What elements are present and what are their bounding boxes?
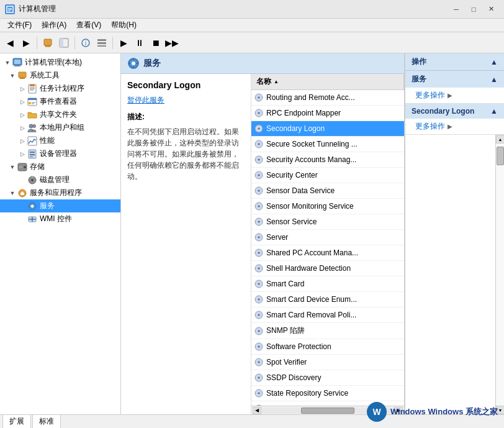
forward-button[interactable]: ▶ [19,35,34,50]
tree-local-users[interactable]: ▷ 本地用户和组 [0,121,120,134]
tree-event-viewer[interactable]: ▷ 事件查看器 [0,95,120,108]
root-expand-icon[interactable]: ▼ [2,58,12,68]
svg-rect-3 [8,11,11,11]
list-item[interactable]: Sensor Monitoring Service [251,199,404,214]
svg-point-49 [132,61,135,65]
list-item[interactable]: Smart Card Removal Poli... [251,307,404,323]
actions-collapse-icon[interactable]: ▲ [490,58,498,66]
list-item[interactable]: Security Center [251,168,404,183]
tree-wmi-label: WMI 控件 [40,214,72,224]
tree-device-manager[interactable]: ▷ 设备管理器 [0,147,120,160]
right-scroll-thumb[interactable] [497,147,504,165]
event-expand[interactable]: ▷ [17,97,27,107]
service-name-cell: Secondary Logon [251,122,404,135]
service-name-cell: Secure Socket Tunneling ... [251,138,404,150]
service-list-container: 名称 ▲ Routing and Remote Acc... [251,74,404,414]
list-item[interactable]: RPC Endpoint Mapper [251,106,404,121]
up-button[interactable] [40,35,55,50]
service-name-cell: Shared PC Account Mana... [251,247,404,259]
watermark: W Windows Windows 系统之家 [367,402,498,422]
menu-file[interactable]: 文件(F) [2,19,37,32]
right-scroll-track [496,143,504,406]
tree-services[interactable]: 服务 [0,199,120,212]
list-item[interactable]: Secure Socket Tunneling ... [251,137,404,152]
more-actions-arrow: ▶ [448,92,452,99]
system-tools-expand[interactable]: ▼ [7,71,17,81]
tree-wmi[interactable]: WMI 控件 [0,212,120,225]
back-button[interactable]: ◀ [2,35,17,50]
list-item[interactable]: State Repository Service [251,386,404,401]
right-scroll-up[interactable]: ▲ [496,135,504,143]
service-name-cell: SNMP 陷阱 [251,324,404,337]
tree-storage[interactable]: ▼ 存储 [0,160,120,173]
close-button[interactable]: ✕ [483,3,499,16]
tree-shared-folders[interactable]: ▷ 共享文件夹 [0,108,120,121]
list-item[interactable]: Security Accounts Manag... [251,152,404,168]
menu-help[interactable]: 帮助(H) [106,19,142,32]
tree-disk-management[interactable]: 磁盘管理 [0,173,120,186]
secondary-more-actions[interactable]: 更多操作 ▶ [405,119,504,134]
secondary-section-header[interactable]: Secondary Logon ▲ [405,104,504,119]
perf-expand[interactable]: ▷ [17,136,27,146]
col-name-header[interactable]: 名称 ▲ [251,74,404,89]
view-button[interactable] [94,35,109,50]
menu-action[interactable]: 操作(A) [37,19,71,32]
properties-button[interactable]: i [78,35,93,50]
list-item[interactable]: Shell Hardware Detection [251,261,404,276]
pause-service-link[interactable]: 暂停此服务 [127,95,245,106]
tree-root[interactable]: ▼ 计算机管理(本地) [0,56,120,69]
tree-task-scheduler[interactable]: ▷ 任务计划程序 [0,82,120,95]
tree-users-label: 本地用户和组 [40,122,84,133]
sort-arrow-icon: ▲ [274,79,279,84]
list-item[interactable]: Server [251,230,404,245]
svcapp-expand[interactable]: ▼ [7,188,17,198]
service-list[interactable]: Routing and Remote Acc... RPC Endpoint M… [251,90,404,406]
storage-expand[interactable]: ▼ [7,162,17,172]
list-item-selected[interactable]: Secondary Logon [251,121,404,137]
users-expand[interactable]: ▷ [17,123,27,133]
minimize-button[interactable]: ─ [448,3,464,16]
list-item[interactable]: SNMP 陷阱 [251,323,404,339]
services-section-header[interactable]: 服务 ▲ [405,71,504,88]
list-item[interactable]: Software Protection [251,339,404,355]
restart-service-button[interactable]: ▶▶ [164,35,179,50]
list-item[interactable]: Shared PC Account Mana... [251,245,404,261]
disk-icon [27,175,37,185]
menu-view[interactable]: 查看(V) [71,19,106,32]
pause-service-button[interactable]: ⏸ [132,35,147,50]
list-item[interactable]: Routing and Remote Acc... [251,90,404,106]
right-scrollbar: ▲ ▼ [495,135,504,414]
svg-rect-10 [97,42,106,44]
list-item[interactable]: SSDP Discovery [251,370,404,386]
scroll-left-button[interactable]: ◀ [253,407,261,414]
tree-services-apps[interactable]: ▼ 服务和应用程序 [0,186,120,199]
h-scrollbar-thumb[interactable] [301,408,354,414]
start-service-button[interactable]: ▶ [116,35,131,50]
services-more-actions[interactable]: 更多操作 ▶ [405,88,504,103]
stop-service-button[interactable]: ⏹ [148,35,163,50]
list-item[interactable]: Sensor Service [251,214,404,230]
services-icon [27,201,37,211]
list-item[interactable]: Sensor Data Service [251,183,404,199]
watermark-text: Windows Windows 系统之家 [390,406,498,417]
list-item[interactable]: Smart Card [251,276,404,292]
maximize-button[interactable]: □ [466,3,482,16]
show-hide-button[interactable] [56,35,71,50]
split-view: Secondary Logon 暂停此服务 描述: 在不同凭据下启用启动过程。如… [121,74,404,414]
devmgr-expand[interactable]: ▷ [17,149,27,159]
tree-system-tools[interactable]: ▼ 系统工具 [0,69,120,82]
svg-rect-15 [14,66,20,66]
tree-performance[interactable]: ▷ 性能 [0,134,120,147]
standard-tab[interactable]: 标准 [32,414,61,428]
toolbar-sep-1 [37,37,37,49]
shared-expand[interactable]: ▷ [17,110,27,120]
title-bar: 计算机管理 ─ □ ✕ [0,0,504,19]
list-item[interactable]: Spot Verifier [251,355,404,370]
service-name-cell: Sensor Service [251,216,404,228]
svg-text:W: W [372,407,381,417]
event-icon [27,97,37,107]
list-item[interactable]: Smart Card Device Enum... [251,292,404,307]
expand-tab[interactable]: 扩展 [2,414,31,428]
service-name-cell: Routing and Remote Acc... [251,91,404,104]
task-expand[interactable]: ▷ [17,84,27,94]
